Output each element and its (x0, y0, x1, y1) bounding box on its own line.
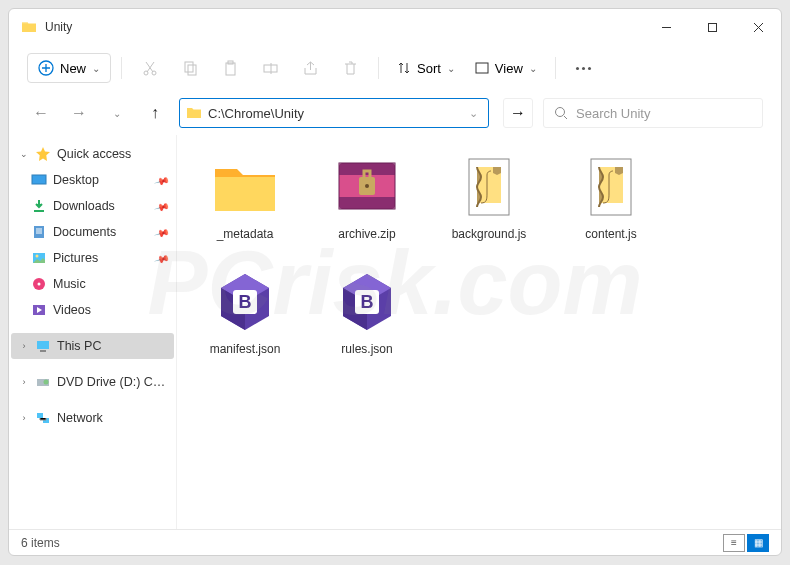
rename-button[interactable] (252, 53, 288, 83)
sort-button[interactable]: Sort ⌄ (389, 53, 463, 83)
file-item[interactable]: _metadata (189, 145, 301, 248)
rename-icon (262, 60, 279, 77)
content: ⌄ Quick access Desktop 📌 Downloads 📌 Doc… (9, 135, 781, 529)
chevron-right-icon: › (19, 377, 29, 387)
file-item[interactable]: Bmanifest.json (189, 260, 301, 363)
svg-rect-9 (476, 63, 488, 73)
toolbar: New ⌄ Sort ⌄ View ⌄ (9, 45, 781, 91)
svg-point-17 (38, 283, 41, 286)
folder-icon (186, 105, 202, 121)
clipboard-icon (222, 60, 239, 77)
svg-rect-19 (37, 341, 49, 349)
svg-rect-23 (37, 413, 43, 418)
sidebar-item-desktop[interactable]: Desktop 📌 (11, 167, 174, 193)
file-grid: _metadataarchive.zipbackground.jscontent… (189, 145, 769, 363)
view-button[interactable]: View ⌄ (467, 53, 545, 83)
forward-button[interactable]: → (65, 99, 93, 127)
copy-button[interactable] (172, 53, 208, 83)
sidebar-label: Documents (53, 225, 150, 239)
pin-icon: 📌 (154, 225, 168, 240)
svg-rect-0 (708, 23, 716, 31)
minimize-button[interactable] (643, 9, 689, 45)
address-bar: ← → ⌄ ↑ C:\Chrome\Unity ⌄ → Search Unity (9, 91, 781, 135)
cut-button[interactable] (132, 53, 168, 83)
sidebar-item-videos[interactable]: Videos (11, 297, 174, 323)
star-icon (35, 146, 51, 162)
more-button[interactable] (566, 67, 601, 70)
file-item[interactable]: archive.zip (311, 145, 423, 248)
chevron-down-icon[interactable]: ⌄ (465, 107, 482, 120)
documents-icon (31, 224, 47, 240)
maximize-button[interactable] (689, 9, 735, 45)
share-button[interactable] (292, 53, 328, 83)
trash-icon (342, 60, 359, 77)
json-icon: B (331, 266, 403, 338)
json-icon: B (209, 266, 281, 338)
search-input[interactable]: Search Unity (543, 98, 763, 128)
svg-point-22 (44, 380, 49, 385)
sidebar-dvd-drive[interactable]: › DVD Drive (D:) CCCC (11, 369, 174, 395)
pin-icon: 📌 (154, 173, 168, 188)
chevron-down-icon: ⌄ (447, 63, 455, 74)
svg-rect-6 (226, 63, 235, 75)
new-button[interactable]: New ⌄ (27, 53, 111, 83)
share-icon (302, 60, 319, 77)
titlebar: Unity (9, 9, 781, 45)
videos-icon (31, 302, 47, 318)
file-item[interactable]: content.js (555, 145, 667, 248)
item-count: 6 items (21, 536, 60, 550)
sort-label: Sort (417, 61, 441, 76)
window-controls (643, 9, 781, 45)
file-label: rules.json (341, 342, 392, 357)
file-label: background.js (452, 227, 527, 242)
icons-layout-button[interactable]: ▦ (747, 534, 769, 552)
up-button[interactable]: ↑ (141, 99, 169, 127)
address-input[interactable]: C:\Chrome\Unity ⌄ (179, 98, 489, 128)
file-item[interactable]: background.js (433, 145, 545, 248)
computer-icon (35, 338, 51, 354)
sidebar-item-pictures[interactable]: Pictures 📌 (11, 245, 174, 271)
file-label: _metadata (217, 227, 274, 242)
dvd-icon (35, 374, 51, 390)
file-item[interactable]: Brules.json (311, 260, 423, 363)
sidebar-label: Pictures (53, 251, 150, 265)
sidebar-item-documents[interactable]: Documents 📌 (11, 219, 174, 245)
svg-rect-5 (188, 65, 196, 75)
sidebar-this-pc[interactable]: › This PC (11, 333, 174, 359)
downloads-icon (31, 198, 47, 214)
sidebar-label: Quick access (57, 147, 166, 161)
address-path: C:\Chrome\Unity (208, 106, 465, 121)
svg-point-2 (144, 71, 148, 75)
sidebar-label: This PC (57, 339, 166, 353)
files-area: _metadataarchive.zipbackground.jscontent… (177, 135, 781, 529)
sidebar-label: Desktop (53, 173, 150, 187)
sidebar-label: Videos (53, 303, 166, 317)
copy-icon (182, 60, 199, 77)
scissors-icon (142, 60, 159, 77)
delete-button[interactable] (332, 53, 368, 83)
pictures-icon (31, 250, 47, 266)
details-layout-button[interactable]: ≡ (723, 534, 745, 552)
sidebar-quick-access[interactable]: ⌄ Quick access (11, 141, 174, 167)
pin-icon: 📌 (154, 199, 168, 214)
window-title: Unity (45, 20, 72, 34)
music-icon (31, 276, 47, 292)
view-icon (475, 61, 489, 75)
js-icon (575, 151, 647, 223)
recent-button[interactable]: ⌄ (103, 99, 131, 127)
file-label: archive.zip (338, 227, 395, 242)
sidebar-label: Downloads (53, 199, 150, 213)
sidebar-label: Network (57, 411, 166, 425)
close-button[interactable] (735, 9, 781, 45)
svg-text:B: B (361, 292, 374, 312)
sidebar-item-downloads[interactable]: Downloads 📌 (11, 193, 174, 219)
file-label: content.js (585, 227, 636, 242)
view-label: View (495, 61, 523, 76)
js-icon (453, 151, 525, 223)
sidebar-network[interactable]: › Network (11, 405, 174, 431)
sidebar-item-music[interactable]: Music (11, 271, 174, 297)
go-button[interactable]: → (503, 98, 533, 128)
back-button[interactable]: ← (27, 99, 55, 127)
new-label: New (60, 61, 86, 76)
paste-button[interactable] (212, 53, 248, 83)
